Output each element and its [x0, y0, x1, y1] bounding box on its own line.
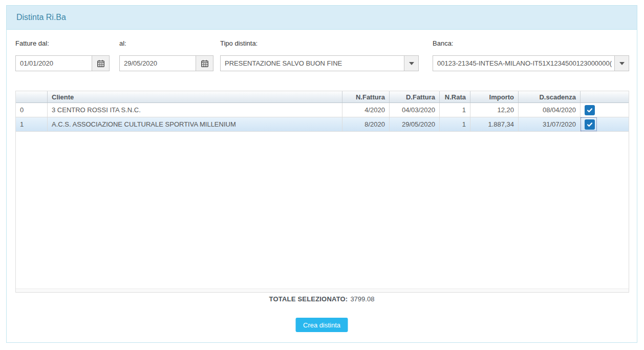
d-scadenza-cell: 31/07/2020	[519, 117, 581, 131]
panel-header: Distinta Ri.Ba	[7, 6, 637, 30]
tipo-distinta-dropdown-button[interactable]	[404, 56, 418, 71]
header-n-fattura[interactable]: N.Fattura	[342, 91, 390, 102]
header-index	[16, 91, 48, 102]
fatture-dal-label: Fatture dal:	[15, 39, 49, 47]
page-title: Distinta Ri.Ba	[16, 13, 66, 22]
distinta-riba-panel: Distinta Ri.Ba Fatture dal: al: Tipo dis…	[6, 5, 637, 343]
n-fattura-cell: 8/2020	[342, 117, 390, 131]
header-d-fattura[interactable]: D.Fattura	[390, 91, 440, 102]
n-fattura-cell: 4/2020	[342, 103, 390, 117]
n-rata-cell: 1	[440, 103, 470, 117]
header-importo[interactable]: Importo	[470, 91, 519, 102]
banca-dropdown[interactable]: 00123-21345-INTESA-MILANO-IT51X123450012…	[433, 55, 629, 71]
chevron-down-icon	[409, 62, 414, 65]
d-fattura-cell: 29/05/2020	[390, 117, 440, 131]
row-checkbox[interactable]	[585, 119, 595, 130]
cliente-cell: 3 CENTRO ROSSI ITA S.N.C.	[48, 103, 342, 117]
date-from-input[interactable]	[16, 56, 92, 71]
tipo-distinta-dropdown[interactable]: PRESENTAZIONE SALVO BUON FINE	[220, 55, 419, 71]
page: Distinta Ri.Ba Fatture dal: al: Tipo dis…	[0, 0, 644, 350]
date-to-calendar-button[interactable]	[196, 56, 213, 71]
table-row[interactable]: 0 3 CENTRO ROSSI ITA S.N.C. 4/2020 04/03…	[16, 103, 629, 117]
importo-cell: 12,20	[470, 103, 519, 117]
row-checkbox[interactable]	[585, 105, 595, 115]
header-cliente[interactable]: Cliente	[48, 91, 342, 102]
grid-header-row: Cliente N.Fattura D.Fattura N.Rata Impor…	[16, 91, 629, 103]
banca-value: 00123-21345-INTESA-MILANO-IT51X123450012…	[433, 56, 614, 71]
checkmark-icon	[586, 121, 593, 128]
n-rata-cell: 1	[440, 117, 470, 131]
date-from-calendar-button[interactable]	[92, 56, 109, 71]
checkmark-icon	[586, 107, 593, 114]
banca-dropdown-button[interactable]	[614, 56, 629, 71]
cliente-cell: A.C.S. ASSOCIAZIONE CULTURALE SPORTIVA M…	[48, 117, 342, 131]
tipo-distinta-value: PRESENTAZIONE SALVO BUON FINE	[221, 56, 404, 71]
total-selected-label: TOTALE SELEZIONATO:	[269, 295, 348, 303]
row-index-cell: 0	[16, 103, 48, 117]
chevron-down-icon	[619, 62, 625, 65]
check-cell	[581, 103, 597, 117]
header-d-scadenza[interactable]: D.scadenza	[519, 91, 581, 102]
total-selected-value: 3799.08	[350, 295, 374, 303]
d-fattura-cell: 04/03/2020	[390, 103, 440, 117]
total-selected-line: TOTALE SELEZIONATO:3799.08	[7, 295, 637, 303]
banca-label: Banca:	[433, 39, 453, 47]
calendar-icon	[97, 59, 105, 68]
header-n-rata[interactable]: N.Rata	[440, 91, 470, 102]
date-to-input[interactable]	[120, 56, 196, 71]
crea-distinta-button[interactable]: Crea distinta	[295, 318, 348, 332]
date-to-field	[119, 55, 213, 71]
al-label: al:	[119, 39, 126, 47]
importo-cell: 1.887,34	[470, 117, 519, 131]
d-scadenza-cell: 08/04/2020	[519, 103, 581, 117]
row-index-cell: 1	[16, 117, 48, 131]
date-from-field	[15, 55, 110, 71]
tipo-distinta-label: Tipo distinta:	[220, 39, 257, 47]
table-row[interactable]: 1 A.C.S. ASSOCIAZIONE CULTURALE SPORTIVA…	[16, 117, 629, 132]
grid-scrollbar-track	[16, 289, 629, 292]
header-check	[581, 91, 589, 102]
fatture-grid: Cliente N.Fattura D.Fattura N.Rata Impor…	[15, 91, 629, 293]
calendar-icon	[201, 59, 209, 68]
check-cell	[581, 117, 597, 131]
